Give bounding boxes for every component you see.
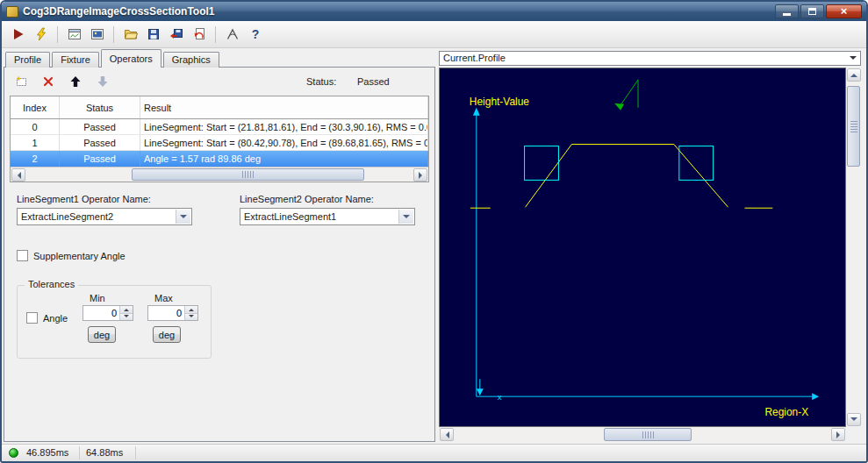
arrow-down-icon: [97, 75, 109, 88]
result-graphics-button[interactable]: [64, 25, 84, 45]
fit-region-box-left: [525, 146, 559, 181]
checkbox-icon: [26, 312, 38, 324]
scroll-left-button[interactable]: [440, 428, 454, 441]
delete-x-icon: [42, 75, 54, 88]
arrow-down-icon: [850, 417, 857, 424]
reset-button[interactable]: [189, 25, 209, 45]
tab-profile[interactable]: Profile: [5, 52, 50, 68]
scroll-right-button[interactable]: [413, 168, 427, 182]
cell-result: LineSegment: Start = (80.42,90.78), End …: [140, 135, 428, 151]
column-header-status[interactable]: Status: [60, 96, 140, 118]
scroll-right-button[interactable]: [831, 428, 845, 441]
profile-graph-display[interactable]: xHeight-ValueRegion-X: [439, 68, 846, 427]
lightning-icon: [34, 27, 48, 41]
save-button[interactable]: [143, 25, 163, 45]
linesegment2-value: ExtractLineSegment1: [244, 209, 397, 224]
cell-result: LineSegment: Start = (21.81,81.61), End …: [140, 119, 428, 135]
move-up-button[interactable]: [66, 73, 85, 90]
scroll-track[interactable]: [846, 82, 861, 412]
arrow-left-icon: [14, 172, 21, 179]
table-row[interactable]: 0 Passed LineSegment: Start = (21.81,81.…: [11, 119, 428, 135]
run-live-button[interactable]: [31, 25, 51, 45]
max-value-spinner[interactable]: [147, 305, 198, 321]
add-operator-button[interactable]: [11, 73, 31, 90]
arrow-left-icon: [442, 431, 449, 438]
open-button[interactable]: [120, 25, 140, 45]
scrollbar-corner: [846, 427, 861, 442]
grip-icon: [850, 121, 857, 132]
title-bar[interactable]: Cog3DRangeImageCrossSectionTool1 ×: [2, 2, 866, 21]
statusbar-separator: [135, 446, 136, 459]
spin-up-button[interactable]: [119, 306, 133, 313]
move-down-button[interactable]: [93, 73, 112, 90]
angle-tool-button[interactable]: [222, 25, 242, 45]
combo-dropdown-button[interactable]: [398, 210, 413, 224]
maximize-icon: [808, 8, 816, 15]
scroll-up-button[interactable]: [847, 68, 861, 82]
table-row[interactable]: 2 Passed Angle = 1.57 rad 89.86 deg: [11, 151, 428, 167]
scroll-thumb[interactable]: [604, 428, 692, 441]
table-row[interactable]: 1 Passed LineSegment: Start = (80.42,90.…: [11, 135, 428, 151]
max-value-input[interactable]: [148, 306, 183, 320]
window-controls: ×: [775, 4, 862, 18]
spin-down-button[interactable]: [184, 313, 197, 321]
combo-dropdown-button[interactable]: [176, 210, 190, 224]
minimize-icon: [783, 13, 791, 16]
arrow-right-icon: [419, 172, 426, 179]
statusbar-separator: [79, 446, 80, 459]
scroll-left-button[interactable]: [11, 168, 25, 182]
profile-main-polyline: [526, 145, 728, 208]
scroll-down-button[interactable]: [847, 413, 861, 426]
graph-vscrollbar[interactable]: [846, 68, 861, 427]
scroll-thumb[interactable]: [132, 168, 364, 181]
run-button[interactable]: [8, 25, 28, 45]
scroll-thumb[interactable]: [847, 86, 860, 167]
delete-operator-button[interactable]: [39, 73, 58, 90]
table-hscrollbar[interactable]: [11, 167, 428, 182]
tab-operators[interactable]: Operators: [101, 49, 161, 68]
arrow-down-icon: [189, 315, 194, 320]
supplementary-angle-checkbox[interactable]: Supplementary Angle: [17, 250, 126, 261]
spin-down-button[interactable]: [119, 313, 133, 321]
help-button[interactable]: ?: [245, 25, 265, 45]
floppy-export-icon: [169, 27, 183, 41]
operators-tab-page: Status: Passed Index Status Result 0 Pas…: [4, 67, 435, 442]
min-value-input[interactable]: [83, 306, 118, 320]
tool-window: Cog3DRangeImageCrossSectionTool1 ×: [0, 0, 868, 463]
svg-text:?: ?: [251, 27, 259, 41]
tab-fixture[interactable]: Fixture: [52, 52, 99, 68]
minimize-button[interactable]: [775, 4, 799, 18]
origin-x-label: x: [498, 392, 502, 402]
reset-page-icon: [192, 27, 206, 41]
image-record-button[interactable]: [87, 25, 107, 45]
scroll-track[interactable]: [455, 427, 830, 442]
main-toolbar: ?: [2, 21, 866, 48]
spin-up-button[interactable]: [184, 306, 197, 313]
chevron-down-icon: [850, 56, 857, 63]
tab-strip: Profile Fixture Operators Graphics: [5, 50, 221, 68]
max-unit-button[interactable]: deg: [153, 326, 181, 343]
graph-hscrollbar[interactable]: [439, 427, 846, 442]
new-operator-icon: [15, 75, 27, 88]
close-button[interactable]: ×: [826, 4, 862, 18]
cell-status: Passed: [60, 119, 140, 135]
column-header-index[interactable]: Index: [11, 96, 60, 118]
operators-results-grid: Index Status Result 0 Passed LineSegment…: [10, 96, 429, 182]
arrow-right-icon: [836, 431, 843, 438]
linesegment1-combobox[interactable]: ExtractLineSegment2: [17, 208, 192, 225]
scroll-track[interactable]: [26, 167, 412, 182]
x-axis-arrow-right-icon: [812, 393, 819, 400]
profile-selector[interactable]: Current.Profile: [439, 51, 861, 66]
image-window-icon: [90, 27, 104, 41]
min-unit-button[interactable]: deg: [88, 326, 116, 343]
angle-tolerance-checkbox[interactable]: Angle: [26, 312, 68, 324]
tab-graphics[interactable]: Graphics: [163, 52, 219, 68]
spinner-buttons: [119, 306, 133, 320]
column-header-result[interactable]: Result: [140, 96, 428, 118]
linesegment2-combobox[interactable]: ExtractLineSegment1: [240, 208, 415, 225]
save-as-button[interactable]: [166, 25, 186, 45]
question-icon: ?: [248, 27, 262, 41]
maximize-button[interactable]: [800, 4, 824, 18]
min-value-spinner[interactable]: [82, 305, 133, 321]
operators-mini-toolbar: Status: Passed: [11, 73, 431, 92]
